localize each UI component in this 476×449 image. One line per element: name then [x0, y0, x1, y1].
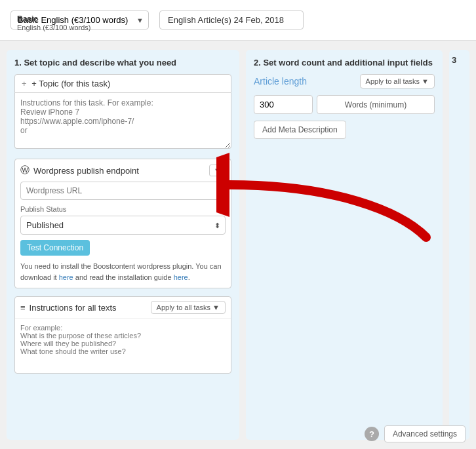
wordpress-icon: Ⓦ: [20, 165, 30, 176]
instructions-title: ≡ Instructions for all texts: [20, 303, 117, 313]
apply-all-chevron-icon: ▼: [212, 303, 220, 311]
wordpress-url-input[interactable]: [20, 182, 226, 200]
word-count-row: Words (minimum): [254, 95, 435, 114]
section2-title: 2. Set word count and additional input f…: [254, 58, 435, 68]
apply-all-button[interactable]: Apply to all tasks ▼: [151, 301, 226, 314]
wp-info-text: You need to install the Boostcontent wor…: [20, 261, 226, 283]
bottom-bar: ? Advanced settings: [365, 425, 466, 442]
section1-title: 1. Set topic and describe what you need: [14, 58, 231, 68]
words-minimum-button[interactable]: Words (minimum): [317, 95, 435, 114]
test-connection-button[interactable]: Test Connection: [20, 240, 90, 256]
publish-status-select[interactable]: Published Draft Pending: [20, 216, 226, 235]
apply-tasks-chevron-icon: ▼: [422, 77, 429, 85]
topic-textarea[interactable]: [14, 93, 231, 149]
plus-icon: +: [22, 79, 27, 88]
instructions-textarea[interactable]: [15, 319, 231, 371]
publish-status-wrapper: Published Draft Pending ⬍: [20, 216, 226, 235]
article-length-label: Article length: [254, 76, 307, 87]
plan-select-wrapper[interactable]: Basic English (€3/100 words) Basic Engli…: [10, 10, 149, 29]
topic-box: + + Topic (for this task): [14, 74, 231, 151]
publish-status-label: Publish Status: [20, 205, 226, 213]
topic-header-label: + Topic (for this task): [31, 79, 110, 88]
wp-title-label: Wordpress publish endpoint: [33, 166, 139, 176]
section2-panel: 2. Set word count and additional input f…: [246, 50, 443, 440]
instructions-title-label: Instructions for all texts: [30, 303, 117, 313]
section1-panel: 1. Set topic and describe what you need …: [7, 50, 239, 440]
here-link-2[interactable]: here: [174, 273, 188, 281]
section3-area: 3: [449, 50, 469, 440]
wp-endpoint: Ⓦ Wordpress publish endpoint ▼ Publish S…: [14, 159, 231, 288]
here-link-1[interactable]: here: [59, 273, 73, 281]
section3-panel: 3: [449, 50, 469, 440]
main-content: 1. Set topic and describe what you need …: [0, 41, 476, 449]
date-label: English Article(s) 24 Feb, 2018: [159, 10, 304, 29]
advanced-settings-button[interactable]: Advanced settings: [384, 425, 466, 442]
apply-to-all-tasks-label: Apply to all tasks: [366, 77, 420, 85]
help-icon[interactable]: ?: [365, 427, 379, 441]
plan-select[interactable]: Basic English (€3/100 words): [10, 10, 149, 29]
apply-all-label: Apply to all tasks: [157, 303, 211, 311]
top-bar: Basic English (€3/100 words) Basic Engli…: [0, 0, 476, 41]
article-length-header: Article length Apply to all tasks ▼: [254, 74, 435, 88]
section3-label: 3: [452, 55, 456, 65]
topic-header: + + Topic (for this task): [14, 74, 231, 93]
apply-to-all-tasks-button[interactable]: Apply to all tasks ▼: [360, 74, 435, 88]
wp-title: Ⓦ Wordpress publish endpoint: [20, 165, 139, 176]
add-meta-description-button[interactable]: Add Meta Description: [254, 121, 346, 139]
wp-header: Ⓦ Wordpress publish endpoint ▼: [20, 165, 226, 176]
list-icon: ≡: [20, 303, 26, 313]
wp-dropdown-button[interactable]: ▼: [209, 165, 226, 176]
instructions-section: ≡ Instructions for all texts Apply to al…: [14, 296, 231, 374]
word-count-input[interactable]: [254, 95, 313, 114]
instructions-header: ≡ Instructions for all texts Apply to al…: [15, 297, 231, 319]
